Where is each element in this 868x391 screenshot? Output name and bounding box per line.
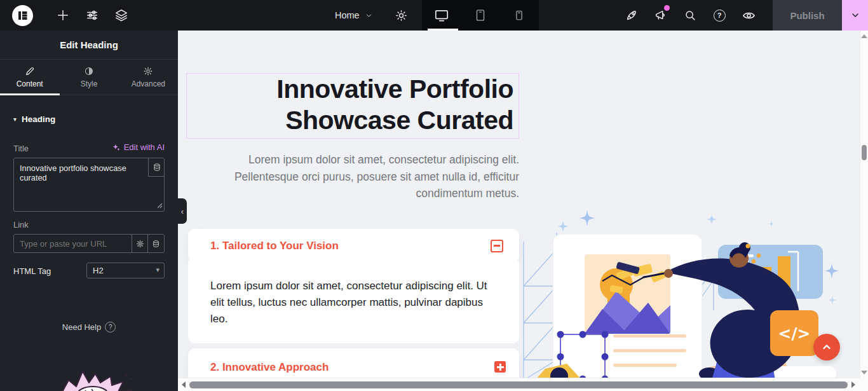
responsive-mode-bar [422,0,539,31]
gear-icon [143,66,153,76]
accordion-item-1-header[interactable]: 1. Tailored to Your Vision [188,229,519,263]
dynamic-tags-button[interactable] [148,158,165,177]
mobile-icon [512,8,526,22]
plus-icon [56,8,70,22]
device-desktop-button[interactable] [422,0,461,31]
tab-content[interactable]: Content [0,60,59,95]
publish-label: Publish [790,10,824,21]
pencil-icon [25,66,35,76]
link-options-button[interactable] [132,235,148,252]
html-tag-value: H2 [93,266,104,275]
title-field-group: Innovative portfolio showcase curated [13,158,165,212]
intro-paragraph[interactable]: Lorem ipsum dolor sit amet, consectetur … [191,151,519,202]
tab-style[interactable]: Style [59,60,118,95]
hand [664,269,673,278]
vertical-scrollbar-thumb[interactable] [862,145,867,160]
preview-button[interactable] [734,0,763,31]
sliders-icon [85,8,99,22]
layers-icon [114,8,128,22]
accordion-item-1-text: Lorem ipsum dolor sit amet, consectetur … [210,278,490,327]
device-mobile-button[interactable] [499,0,538,31]
html-tag-label: HTML Tag [13,266,51,276]
code-icon: </> [778,324,810,343]
horizontal-scrollbar-thumb[interactable] [189,381,848,388]
scroll-down-arrow[interactable] [861,371,867,374]
code-card: </> [770,310,818,356]
title-input[interactable]: Innovative portfolio showcase curated [13,158,165,212]
resize-handle-icon[interactable] [157,203,163,209]
rocket-icon [625,8,639,22]
edit-panel: Edit Heading Content Style Advanced ▾ He… [0,31,178,391]
gear-icon [395,9,408,22]
topbar-left-zone [8,0,136,31]
panel-title: Edit Heading [0,31,178,60]
page-switcher-label: Home [335,10,360,20]
whats-new-button[interactable] [646,0,675,31]
page-heading-text: Innovative Portfolio Showcase Curated [193,74,513,136]
gear-icon [136,240,144,248]
chevron-up-icon [821,341,832,353]
scroll-left-arrow[interactable] [182,381,186,388]
title-field-label: Title [13,144,29,153]
page-switcher[interactable]: Home [335,10,373,20]
device-tablet-button[interactable] [461,0,499,31]
half-circle-icon [84,66,94,76]
database-icon [152,240,160,248]
link-field-group [13,234,165,253]
accordion-item-2-title: 2. Innovative Approach [210,361,329,374]
elementor-logo[interactable] [8,0,37,31]
scroll-right-arrow[interactable] [851,381,855,388]
section-caret-icon: ▾ [13,116,17,123]
scroll-to-top-button[interactable] [813,334,840,360]
link-dynamic-tags-button[interactable] [147,235,164,252]
edit-with-ai-label: Edit with AI [124,142,165,152]
scroll-up-arrow[interactable] [861,34,867,38]
accordion-item-1-title: 1. Tailored to Your Vision [210,240,339,252]
editor-topbar: Home [0,0,868,31]
add-element-button[interactable] [48,0,78,31]
help-button[interactable]: ? [705,0,734,31]
database-icon [153,163,161,172]
html-tag-select[interactable]: H2 ▾ [86,263,165,278]
accordion-item-1-body: Lorem ipsum dolor sit amet, consectetur … [188,261,519,343]
expand-plus-icon[interactable] [494,361,506,373]
publish-button[interactable]: Publish [773,0,842,31]
tablet-icon [473,8,488,23]
help-icon: ? [714,10,726,22]
chevron-down-icon [850,10,860,20]
tab-content-label: Content [17,79,43,88]
horizontal-scrollbar[interactable] [178,378,860,391]
elementor-logo-icon [12,5,33,26]
need-help-link[interactable]: Need Help ? [0,322,178,333]
tab-advanced-label: Advanced [132,79,165,88]
section-heading-label: Heading [22,114,55,124]
need-help-label: Need Help [62,322,101,332]
link-url-input[interactable] [14,235,134,252]
topbar-center-zone: Home [335,0,416,31]
help-icon: ? [105,322,116,333]
active-device-underline [428,29,458,31]
section-heading-toggle[interactable]: ▾ Heading [13,114,55,124]
finder-search-button[interactable] [675,0,705,31]
selected-heading-widget[interactable]: Innovative Portfolio Showcase Curated [186,73,519,139]
tab-advanced[interactable]: Advanced [119,60,178,95]
page-settings-button[interactable] [387,0,416,31]
panel-collapse-handle[interactable]: ‹ [178,198,187,224]
promo-starburst-graphic [57,370,140,391]
edit-with-ai-button[interactable]: Edit with AI [112,142,165,152]
link-field-label: Link [13,220,29,230]
vertical-scrollbar[interactable] [860,31,868,391]
hero-illustration: </> [521,210,860,380]
notification-dot [664,5,670,11]
panel-tabs: Content Style Advanced [0,60,178,95]
select-caret-icon: ▾ [156,266,159,274]
structure-navigator-button[interactable] [107,0,136,31]
site-settings-button[interactable] [78,0,107,31]
desktop-icon [433,7,450,24]
active-tab-underline [0,93,60,95]
chevron-down-icon [365,11,373,20]
checklist-button[interactable] [617,0,646,31]
publish-options-button[interactable] [842,0,868,31]
collapse-minus-icon[interactable] [491,240,503,252]
search-icon [683,8,697,22]
